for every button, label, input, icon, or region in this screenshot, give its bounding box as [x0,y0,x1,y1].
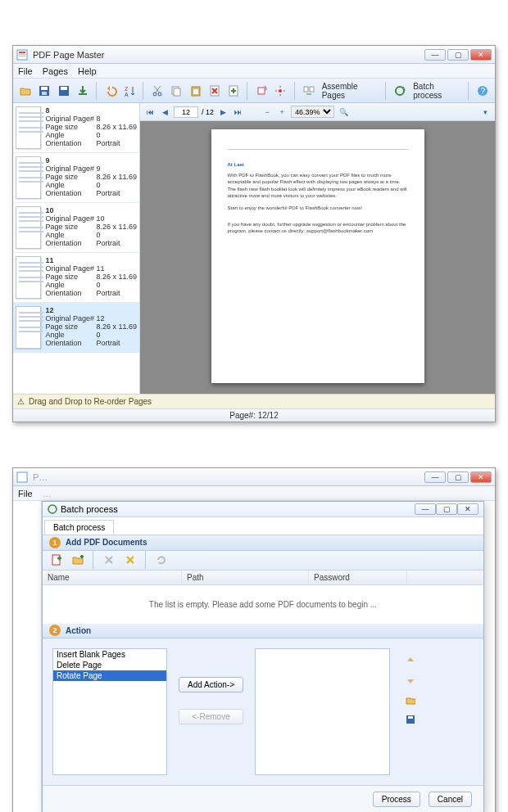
export-button[interactable] [75,82,91,100]
thumbnail-row[interactable]: 9 Original Page#9 Page size8.26 x 11.69 … [13,153,139,203]
save-button[interactable] [36,82,52,100]
docs-header-row: Name Path Password [43,571,483,585]
svg-rect-22 [310,87,314,92]
available-actions-list[interactable]: Insert Blank Pages Delete Page Rotate Pa… [52,648,167,775]
move-down-button[interactable] [405,674,416,686]
save-as-button[interactable] [55,82,71,100]
viewer-toolbar: ⏮ ◀ / 12 ▶ ⏭ − + 46.39% 🔍 ▾ [140,103,495,121]
col-path[interactable]: Path [182,571,309,584]
help-button[interactable]: ? [474,82,491,100]
bg-minimize: — [424,471,446,483]
last-page-button[interactable]: ⏭ [232,106,243,118]
zoom-select[interactable]: 46.39% [291,106,334,118]
thumbnail-image [16,156,41,199]
status-text: Page#: 12/12 [229,411,279,420]
status-bar: Page#: 12/12 [13,408,495,422]
viewer-panel: ⏮ ◀ / 12 ▶ ⏭ − + 46.39% 🔍 ▾ At Last With… [140,103,495,394]
cancel-button[interactable]: Cancel [429,792,472,807]
thumbnail-meta: 12 Original Page#12 Page size8.26 x 11.6… [45,306,137,349]
menu-file[interactable]: File [18,66,33,76]
dialog-icon [48,504,57,514]
doc-p3: If you have any doubt, further upgrade s… [228,221,408,235]
tab-batch-process[interactable]: Batch process [44,520,114,535]
page-input[interactable] [174,106,198,118]
refresh-docs-button[interactable] [152,551,170,569]
open-button[interactable] [17,82,34,100]
thumbnail-row[interactable]: 11 Original Page#11 Page size8.26 x 11.6… [13,253,139,303]
move-up-button[interactable] [405,655,416,666]
docs-toolbar [43,551,483,571]
svg-text:Z: Z [125,86,129,92]
app-icon [16,49,28,61]
thumbnail-image [16,306,41,349]
dialog-maximize[interactable]: ▢ [436,503,457,515]
batch-dialog: Batch process — ▢ ✕ Batch process 1 Add … [42,501,484,812]
prev-page-button[interactable]: ◀ [159,106,170,118]
svg-rect-14 [174,88,180,96]
action-body: Insert Blank Pages Delete Page Rotate Pa… [43,638,483,785]
dialog-close[interactable]: ✕ [457,503,479,515]
assemble-label[interactable]: Assemble Pages [320,82,380,100]
thumbnail-meta: 9 Original Page#9 Page size8.26 x 11.69 … [45,156,137,199]
col-password[interactable]: Password [309,571,407,584]
first-page-button[interactable]: ⏮ [144,106,156,118]
thumbnail-row[interactable]: 8 Original Page#8 Page size8.26 x 11.69 … [13,103,139,153]
col-name[interactable]: Name [43,571,182,584]
batch-label[interactable]: Batch process [410,82,463,100]
save-config-button[interactable] [405,714,416,725]
paste-button[interactable] [188,82,204,100]
viewer-more-button[interactable]: ▾ [479,106,491,118]
selected-actions-list[interactable] [255,648,390,775]
thumbnail-row[interactable]: 12 Original Page#12 Page size8.26 x 11.6… [13,303,139,353]
page-content: At Last With PDF to FlashBook, you can e… [211,129,424,383]
fit-button[interactable] [272,82,288,100]
sort-button[interactable]: ZA [121,82,138,100]
section-add-label: Add PDF Documents [66,538,147,547]
add-action-button[interactable]: Add Action-> [179,677,243,692]
cut-button[interactable] [149,82,166,100]
svg-rect-3 [19,56,25,56]
thumbnail-row[interactable]: 10 Original Page#10 Page size8.26 x 11.6… [13,203,139,253]
svg-rect-5 [41,87,48,90]
open-config-button[interactable] [405,694,416,706]
process-button[interactable]: Process [373,792,420,807]
menu-pages[interactable]: Pages [43,66,68,76]
svg-point-20 [279,89,282,92]
dialog-footer: Process Cancel [43,785,483,812]
close-button[interactable]: ✕ [470,49,492,61]
svg-rect-16 [193,89,198,94]
copy-button[interactable] [168,82,184,100]
zoom-in-button[interactable]: + [276,106,288,118]
menu-help[interactable]: Help [78,66,97,76]
svg-rect-1 [19,52,25,53]
maximize-button[interactable]: ▢ [447,49,469,61]
next-page-button[interactable]: ▶ [217,106,229,118]
action-insert-blank[interactable]: Insert Blank Pages [53,649,166,660]
undo-button[interactable] [102,82,119,100]
action-rotate-page[interactable]: Rotate Page [53,670,166,681]
bg-menubar: File … [13,486,495,501]
remove-doc-button[interactable] [100,551,118,569]
warning-icon: ⚠ [17,397,25,406]
zoom-out-button[interactable]: − [261,106,273,118]
svg-rect-6 [42,92,47,95]
document-area[interactable]: At Last With PDF to FlashBook, you can e… [140,121,495,394]
rotate-button[interactable] [253,82,270,100]
thumbnail-image [16,106,41,149]
dialog-minimize[interactable]: — [415,503,436,515]
window-title: PDF Page Master [33,50,104,60]
minimize-button[interactable]: — [424,49,446,61]
svg-point-23 [396,87,404,95]
add-file-button[interactable] [48,551,66,569]
remove-action-button[interactable]: <-Remove [179,709,243,724]
action-delete-page[interactable]: Delete Page [53,660,166,670]
clear-docs-button[interactable] [121,551,139,569]
batch-button[interactable] [392,82,408,100]
zoom-tool-button[interactable]: 🔍 [338,106,349,118]
delete-page-button[interactable] [206,82,223,100]
assemble-button[interactable] [300,82,316,100]
bg-app-icon [16,471,28,483]
bg-titlebar: P… — ▢ ✕ [13,468,495,486]
add-folder-button[interactable] [69,551,87,569]
insert-page-button[interactable] [225,82,242,100]
